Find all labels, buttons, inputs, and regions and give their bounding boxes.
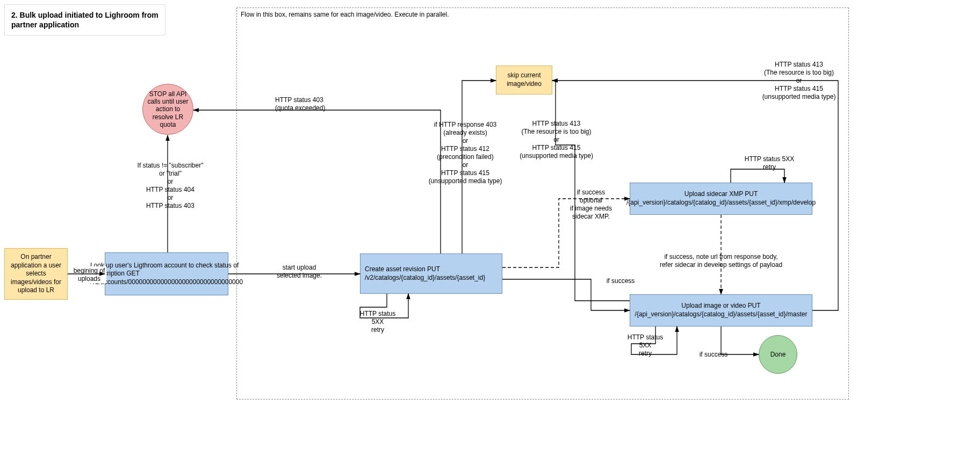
node-done: Done <box>759 335 797 374</box>
node-start: On partner application a user selects im… <box>4 248 68 300</box>
label-sidecar-ref: if success, note url from response body,… <box>650 252 792 270</box>
label-xmp-retry: HTTP status 5XX retry <box>741 155 797 172</box>
label-if-success-master: if success <box>603 277 638 286</box>
node-create-asset: Create asset revision PUT /v2/catalogs/{… <box>360 253 502 294</box>
label-skip-reasons-413-415-from-master-b: HTTP status 413 (The resource is too big… <box>755 60 843 102</box>
label-done-success: if success <box>696 350 731 359</box>
label-asset-retry: HTTP status 5XX retry <box>352 309 403 335</box>
label-skip-reasons-413-415-from-master-a: HTTP status 413 (The resource is too big… <box>514 119 599 161</box>
parallel-flow-note: Flow in this box, remains same for each … <box>241 11 449 18</box>
label-if-success-optional-xmp: if success optional if image needs sidec… <box>563 188 619 221</box>
node-upload-master: Upload image or video PUT /{api_version}… <box>630 294 812 327</box>
label-master-retry: HTTP status 5XX retry <box>620 333 671 358</box>
label-quota-exceeded: HTTP status 403 (quota exceeded) <box>274 96 338 113</box>
label-start-upload: start upload selected image. <box>274 263 325 280</box>
diagram-title: 2. Bulk upload initiated to Lighroom fro… <box>4 4 165 35</box>
node-upload-xmp: Upload sidecar XMP PUT /{api_version}/ca… <box>630 183 812 215</box>
node-skip: skip current image/video <box>496 66 552 95</box>
label-status-fail: If status != "subscriber" or "trial" or … <box>134 161 206 211</box>
node-stop: STOP all API calls until user action to … <box>142 84 193 135</box>
label-begin-uploads: begining of uploads <box>72 266 106 284</box>
label-skip-reasons-asset: if HTTP response 403 (already exists) or… <box>424 120 506 186</box>
node-lookup-account: Look up user's Ligthroom account to chec… <box>105 252 228 295</box>
